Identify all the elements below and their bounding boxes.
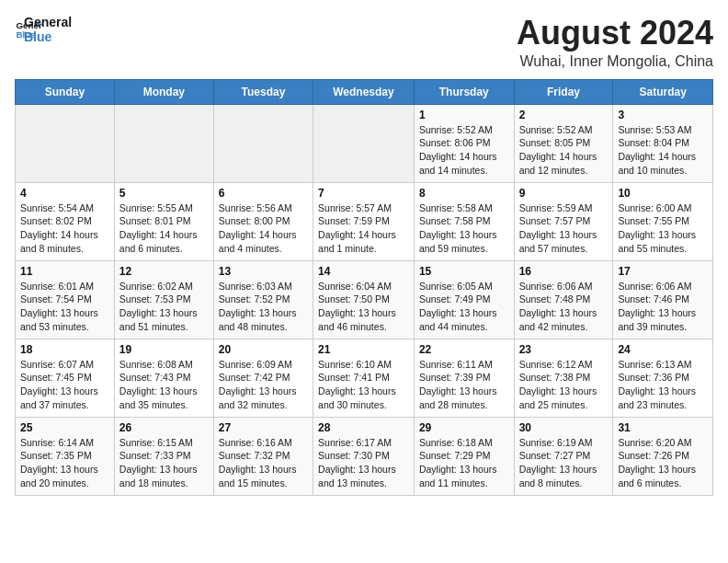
day-info: Sunrise: 6:10 AMSunset: 7:41 PMDaylight:… (318, 358, 409, 412)
day-info: Sunrise: 6:06 AMSunset: 7:46 PMDaylight:… (618, 280, 708, 334)
calendar-header: SundayMondayTuesdayWednesdayThursdayFrid… (16, 79, 713, 104)
calendar-cell: 24Sunrise: 6:13 AMSunset: 7:36 PMDayligh… (613, 339, 713, 417)
calendar-cell: 30Sunrise: 6:19 AMSunset: 7:27 PMDayligh… (514, 417, 613, 495)
calendar-cell: 26Sunrise: 6:15 AMSunset: 7:33 PMDayligh… (114, 417, 213, 495)
day-info: Sunrise: 6:08 AMSunset: 7:43 PMDaylight:… (119, 358, 209, 412)
day-number: 31 (618, 421, 708, 434)
day-info: Sunrise: 5:56 AMSunset: 8:00 PMDaylight:… (219, 201, 308, 256)
calendar-cell: 23Sunrise: 6:12 AMSunset: 7:38 PMDayligh… (514, 339, 613, 417)
day-info: Sunrise: 5:54 AMSunset: 8:02 PMDaylight:… (20, 201, 109, 256)
col-header-wednesday: Wednesday (313, 79, 415, 104)
logo: General Blue General Blue (15, 15, 72, 44)
day-number: 28 (318, 421, 409, 434)
calendar-cell: 10Sunrise: 6:00 AMSunset: 7:55 PMDayligh… (613, 182, 713, 260)
calendar-cell: 12Sunrise: 6:02 AMSunset: 7:53 PMDayligh… (114, 260, 213, 339)
calendar-cell (313, 104, 415, 182)
calendar-cell (213, 104, 313, 182)
main-title: August 2024 (517, 15, 713, 52)
day-info: Sunrise: 6:14 AMSunset: 7:35 PMDaylight:… (20, 436, 109, 490)
day-number: 4 (20, 187, 109, 200)
logo-line2: Blue (24, 29, 72, 44)
calendar-cell: 22Sunrise: 6:11 AMSunset: 7:39 PMDayligh… (414, 339, 514, 417)
calendar-cell: 15Sunrise: 6:05 AMSunset: 7:49 PMDayligh… (414, 260, 514, 339)
calendar-cell: 14Sunrise: 6:04 AMSunset: 7:50 PMDayligh… (313, 260, 415, 339)
day-number: 25 (20, 421, 109, 434)
day-info: Sunrise: 6:06 AMSunset: 7:48 PMDaylight:… (519, 280, 609, 334)
day-number: 8 (419, 187, 509, 200)
day-info: Sunrise: 6:17 AMSunset: 7:30 PMDaylight:… (318, 436, 409, 490)
day-info: Sunrise: 5:52 AMSunset: 8:05 PMDaylight:… (519, 123, 609, 178)
sub-title: Wuhai, Inner Mongolia, China (517, 53, 713, 70)
calendar-cell: 21Sunrise: 6:10 AMSunset: 7:41 PMDayligh… (313, 339, 415, 417)
day-number: 22 (419, 343, 509, 356)
calendar-cell: 25Sunrise: 6:14 AMSunset: 7:35 PMDayligh… (16, 417, 115, 495)
header: General Blue General Blue August 2024 Wu… (15, 15, 713, 70)
day-number: 27 (219, 421, 308, 434)
day-info: Sunrise: 6:04 AMSunset: 7:50 PMDaylight:… (318, 280, 409, 334)
day-number: 3 (618, 109, 708, 121)
day-info: Sunrise: 6:05 AMSunset: 7:49 PMDaylight:… (419, 280, 509, 334)
day-info: Sunrise: 6:18 AMSunset: 7:29 PMDaylight:… (419, 436, 509, 490)
day-number: 13 (219, 265, 308, 278)
day-number: 14 (318, 265, 409, 278)
calendar-cell: 11Sunrise: 6:01 AMSunset: 7:54 PMDayligh… (16, 260, 115, 339)
day-info: Sunrise: 5:57 AMSunset: 7:59 PMDaylight:… (318, 201, 409, 256)
calendar-cell: 20Sunrise: 6:09 AMSunset: 7:42 PMDayligh… (213, 339, 313, 417)
day-info: Sunrise: 6:12 AMSunset: 7:38 PMDaylight:… (519, 358, 609, 412)
day-info: Sunrise: 6:19 AMSunset: 7:27 PMDaylight:… (519, 436, 609, 490)
day-info: Sunrise: 6:16 AMSunset: 7:32 PMDaylight:… (219, 436, 308, 490)
col-header-thursday: Thursday (414, 79, 514, 104)
day-info: Sunrise: 6:20 AMSunset: 7:26 PMDaylight:… (618, 436, 708, 490)
col-header-saturday: Saturday (613, 79, 713, 104)
calendar-cell: 13Sunrise: 6:03 AMSunset: 7:52 PMDayligh… (213, 260, 313, 339)
col-header-sunday: Sunday (16, 79, 115, 104)
day-info: Sunrise: 6:09 AMSunset: 7:42 PMDaylight:… (219, 358, 308, 412)
calendar-cell: 3Sunrise: 5:53 AMSunset: 8:04 PMDaylight… (613, 104, 713, 182)
day-number: 23 (519, 343, 609, 356)
day-info: Sunrise: 5:52 AMSunset: 8:06 PMDaylight:… (419, 123, 509, 178)
calendar-cell: 27Sunrise: 6:16 AMSunset: 7:32 PMDayligh… (213, 417, 313, 495)
calendar-cell: 8Sunrise: 5:58 AMSunset: 7:58 PMDaylight… (414, 182, 514, 260)
day-number: 6 (219, 187, 308, 200)
day-info: Sunrise: 6:15 AMSunset: 7:33 PMDaylight:… (119, 436, 209, 490)
day-number: 16 (519, 265, 609, 278)
day-number: 19 (119, 343, 209, 356)
day-number: 9 (519, 187, 609, 200)
day-number: 30 (519, 421, 609, 434)
day-info: Sunrise: 5:59 AMSunset: 7:57 PMDaylight:… (519, 201, 609, 256)
day-info: Sunrise: 6:11 AMSunset: 7:39 PMDaylight:… (419, 358, 509, 412)
calendar-cell: 19Sunrise: 6:08 AMSunset: 7:43 PMDayligh… (114, 339, 213, 417)
day-number: 26 (119, 421, 209, 434)
calendar-cell: 5Sunrise: 5:55 AMSunset: 8:01 PMDaylight… (114, 182, 213, 260)
title-area: August 2024 Wuhai, Inner Mongolia, China (517, 15, 713, 70)
day-number: 1 (419, 109, 509, 121)
day-number: 21 (318, 343, 409, 356)
day-number: 29 (419, 421, 509, 434)
col-header-friday: Friday (514, 79, 613, 104)
calendar-cell: 4Sunrise: 5:54 AMSunset: 8:02 PMDaylight… (16, 182, 115, 260)
calendar-cell: 18Sunrise: 6:07 AMSunset: 7:45 PMDayligh… (16, 339, 115, 417)
col-header-tuesday: Tuesday (213, 79, 313, 104)
day-number: 11 (20, 265, 109, 278)
day-info: Sunrise: 6:13 AMSunset: 7:36 PMDaylight:… (618, 358, 708, 412)
calendar-cell: 31Sunrise: 6:20 AMSunset: 7:26 PMDayligh… (613, 417, 713, 495)
day-number: 17 (618, 265, 708, 278)
calendar-cell: 28Sunrise: 6:17 AMSunset: 7:30 PMDayligh… (313, 417, 415, 495)
day-number: 20 (219, 343, 308, 356)
day-number: 2 (519, 109, 609, 121)
day-number: 10 (618, 187, 708, 200)
logo-line1: General (24, 15, 72, 29)
calendar-cell: 7Sunrise: 5:57 AMSunset: 7:59 PMDaylight… (313, 182, 415, 260)
day-info: Sunrise: 5:53 AMSunset: 8:04 PMDaylight:… (618, 123, 708, 178)
calendar-cell: 17Sunrise: 6:06 AMSunset: 7:46 PMDayligh… (613, 260, 713, 339)
day-info: Sunrise: 6:07 AMSunset: 7:45 PMDaylight:… (20, 358, 109, 412)
day-info: Sunrise: 6:01 AMSunset: 7:54 PMDaylight:… (20, 280, 109, 334)
day-number: 5 (119, 187, 209, 200)
day-number: 15 (419, 265, 509, 278)
day-info: Sunrise: 6:00 AMSunset: 7:55 PMDaylight:… (618, 201, 708, 256)
calendar-cell: 29Sunrise: 6:18 AMSunset: 7:29 PMDayligh… (414, 417, 514, 495)
day-info: Sunrise: 6:03 AMSunset: 7:52 PMDaylight:… (219, 280, 308, 334)
calendar-cell (16, 104, 115, 182)
day-number: 18 (20, 343, 109, 356)
day-info: Sunrise: 5:58 AMSunset: 7:58 PMDaylight:… (419, 201, 509, 256)
